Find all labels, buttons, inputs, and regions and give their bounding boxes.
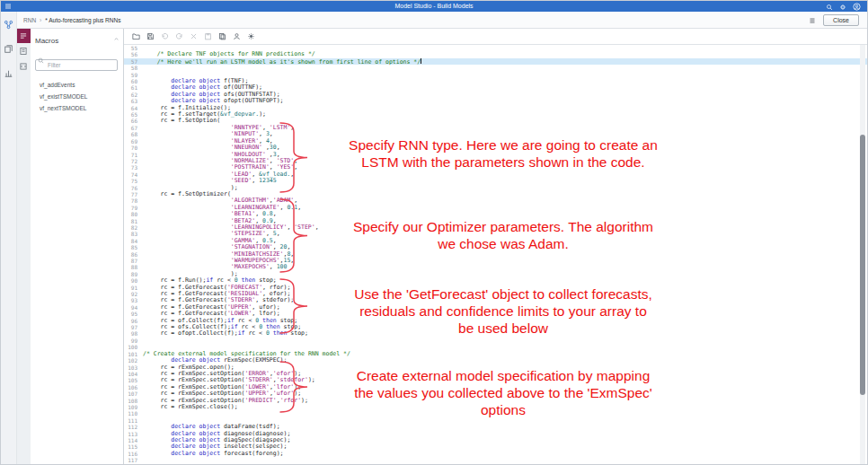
line-number: 84 bbox=[124, 238, 139, 244]
code-line[interactable]: 65rc = f.setTarget(&vf_depvar.); bbox=[124, 111, 868, 118]
redo-icon[interactable] bbox=[175, 32, 183, 40]
collapse-panel-icon[interactable] bbox=[113, 30, 120, 46]
line-number: 112 bbox=[124, 424, 139, 430]
line-number: 91 bbox=[124, 285, 139, 291]
snippets-tab[interactable] bbox=[16, 58, 31, 74]
settings-icon[interactable] bbox=[839, 0, 846, 14]
line-number: 68 bbox=[124, 131, 139, 137]
code-line[interactable]: 57/* Here we'll run an LSTM model as it'… bbox=[124, 58, 868, 65]
code-line[interactable]: 99 bbox=[124, 338, 868, 344]
line-number: 64 bbox=[124, 105, 139, 111]
line-number: 83 bbox=[124, 231, 139, 237]
filter-search-icon bbox=[38, 57, 44, 64]
line-number: 115 bbox=[124, 443, 139, 450]
line-number: 113 bbox=[124, 431, 139, 437]
close-button[interactable]: Close bbox=[823, 14, 859, 26]
line-number: 78 bbox=[124, 197, 139, 204]
user-icon[interactable] bbox=[233, 32, 241, 40]
line-number: 109 bbox=[124, 404, 139, 410]
code-line[interactable]: 63declare object ofopt(OUTTNFOPT); bbox=[124, 98, 868, 104]
line-number: 81 bbox=[124, 218, 139, 224]
line-number: 70 bbox=[124, 145, 139, 151]
code-line[interactable]: 117 bbox=[124, 457, 868, 463]
line-number: 62 bbox=[124, 92, 139, 98]
code-area[interactable]: 5556/* Declare TNF objects for RNN predi… bbox=[124, 45, 868, 464]
line-number: 98 bbox=[124, 330, 139, 337]
list-icon[interactable] bbox=[809, 12, 816, 28]
line-number: 117 bbox=[124, 457, 139, 463]
open-icon[interactable] bbox=[132, 32, 140, 40]
line-number: 106 bbox=[124, 384, 139, 390]
macros-panel-title: Macros bbox=[35, 37, 58, 45]
line-number: 77 bbox=[124, 191, 139, 197]
code-line[interactable]: 76); bbox=[124, 185, 868, 191]
app-top-bar: Model Studio - Build Models bbox=[0, 0, 868, 12]
line-number: 95 bbox=[124, 311, 139, 317]
line-number: 105 bbox=[124, 377, 139, 383]
save-icon[interactable] bbox=[146, 32, 155, 40]
undo-icon[interactable] bbox=[161, 32, 169, 40]
macros-tab[interactable] bbox=[16, 28, 31, 43]
macro-item[interactable]: vf_existTSMODEL bbox=[31, 91, 123, 102]
line-number: 60 bbox=[124, 78, 139, 84]
line-number: 66 bbox=[124, 118, 139, 124]
line-number: 73 bbox=[124, 164, 139, 171]
vertical-scrollbar bbox=[860, 45, 865, 465]
results-icon[interactable] bbox=[4, 66, 13, 82]
line-number: 93 bbox=[124, 297, 139, 303]
macro-filter-input[interactable] bbox=[35, 59, 118, 71]
line-number: 100 bbox=[124, 344, 139, 350]
settings-icon[interactable] bbox=[247, 32, 255, 40]
line-number: 111 bbox=[124, 417, 139, 424]
text-cursor bbox=[421, 58, 421, 65]
paste-icon[interactable] bbox=[204, 32, 212, 40]
pipelines-icon[interactable] bbox=[4, 17, 13, 33]
code-line[interactable]: 116declare object forecast(foreng); bbox=[124, 451, 868, 457]
line-number: 57 bbox=[124, 58, 139, 65]
line-number: 99 bbox=[124, 338, 139, 344]
line-number: 103 bbox=[124, 364, 139, 371]
breadcrumb-project[interactable]: RNN bbox=[23, 17, 36, 23]
line-number: 76 bbox=[124, 185, 139, 191]
line-number: 94 bbox=[124, 304, 139, 311]
copy-icon[interactable] bbox=[218, 32, 226, 40]
line-number: 79 bbox=[124, 205, 139, 211]
line-number: 58 bbox=[124, 65, 139, 71]
line-number: 85 bbox=[124, 244, 139, 250]
scrollbar-thumb[interactable] bbox=[860, 135, 865, 395]
sub-toolbar: RNN › * Auto-forecasting plus RNNs Close bbox=[16, 12, 868, 29]
app-title: Model Studio - Build Models bbox=[0, 0, 868, 12]
line-number: 92 bbox=[124, 291, 139, 297]
line-number: 107 bbox=[124, 390, 139, 397]
macro-item[interactable]: vf_nextTSMODEL bbox=[31, 102, 123, 114]
macro-list: vf_addEventsvf_existTSMODELvf_nextTSMODE… bbox=[31, 79, 123, 114]
search-icon[interactable] bbox=[826, 0, 833, 14]
outline-tab[interactable] bbox=[16, 43, 31, 58]
line-number: 61 bbox=[124, 84, 139, 91]
close-icon[interactable] bbox=[190, 32, 198, 40]
code-line[interactable]: 109rc = rExmSpec.close(); bbox=[124, 404, 868, 410]
breadcrumb-current: * Auto-forecasting plus RNNs bbox=[45, 17, 120, 23]
line-number: 71 bbox=[124, 152, 139, 158]
line-number: 116 bbox=[124, 451, 139, 457]
line-number: 101 bbox=[124, 351, 139, 357]
line-number: 56 bbox=[124, 51, 139, 57]
user-avatar[interactable] bbox=[853, 0, 861, 14]
macros-panel: Macros vf_addEventsvf_existTSMODELvf_nex… bbox=[31, 28, 124, 465]
code-line[interactable]: 58 bbox=[124, 65, 868, 71]
code-line[interactable]: 110 bbox=[124, 410, 868, 417]
breadcrumb: RNN › * Auto-forecasting plus RNNs bbox=[23, 17, 120, 23]
line-number: 65 bbox=[124, 111, 139, 118]
macro-item[interactable]: vf_addEvents bbox=[31, 79, 123, 91]
line-number: 86 bbox=[124, 251, 139, 258]
line-number: 59 bbox=[124, 72, 139, 78]
line-number: 82 bbox=[124, 224, 139, 231]
line-number: 88 bbox=[124, 264, 139, 270]
line-number: 80 bbox=[124, 211, 139, 217]
documents-icon[interactable] bbox=[4, 41, 13, 57]
code-line[interactable]: 98rc = ofopt.Collect(f);if rc < 0 then s… bbox=[124, 330, 868, 337]
code-line[interactable]: 102declare object rExmSpec(EXMSPEC); bbox=[124, 357, 868, 364]
line-number: 75 bbox=[124, 178, 139, 184]
panel-tab-strip bbox=[16, 28, 31, 465]
breadcrumb-separator: › bbox=[40, 17, 41, 23]
